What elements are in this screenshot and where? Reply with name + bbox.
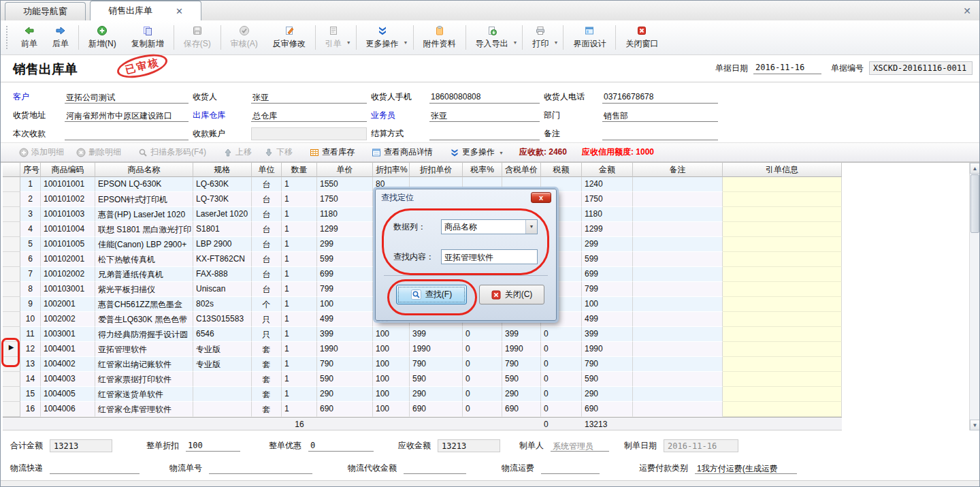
move-up-button[interactable]: 上移 bbox=[217, 146, 258, 158]
logistics-fee-field[interactable] bbox=[541, 462, 600, 474]
cell-unit[interactable]: 只 bbox=[252, 312, 282, 327]
cell-tax_price[interactable]: 290 bbox=[502, 387, 541, 402]
cell-disc_price[interactable]: 1990 bbox=[410, 342, 463, 357]
cell-code[interactable]: 1003001 bbox=[41, 327, 95, 342]
cell-name[interactable]: 红管家票据打印软件 bbox=[95, 372, 193, 387]
column-header-unit[interactable]: 单位 bbox=[252, 163, 282, 177]
cell-seq[interactable]: 9 bbox=[20, 297, 41, 312]
cell-spec[interactable]: LaserJet 1020 bbox=[193, 207, 252, 222]
cell-code[interactable]: 1004006 bbox=[41, 402, 95, 417]
print-button[interactable]: 打印 bbox=[525, 22, 556, 52]
cell-qty[interactable]: 1 bbox=[282, 267, 317, 282]
cell-disc_price[interactable]: 399 bbox=[410, 327, 463, 342]
cell-unit[interactable]: 台 bbox=[252, 177, 282, 192]
cell-spec[interactable]: 专业版 bbox=[193, 357, 252, 372]
cell-name[interactable]: 佳能(Canon) LBP 2900+ bbox=[95, 237, 193, 252]
cell-qty[interactable]: 1 bbox=[282, 192, 317, 207]
column-header-note[interactable]: 备注 bbox=[633, 163, 723, 177]
cell-qty[interactable]: 1 bbox=[282, 402, 317, 417]
cell-seq[interactable]: 15 bbox=[20, 387, 41, 402]
cell-ref[interactable] bbox=[723, 192, 842, 207]
cell-amount[interactable]: 499 bbox=[582, 312, 633, 327]
chevron-down-icon[interactable]: ▼ bbox=[553, 40, 558, 45]
settlement-field[interactable] bbox=[429, 128, 540, 140]
consignee-phone-field[interactable]: 03716678678 bbox=[602, 91, 718, 104]
cell-amount[interactable]: 599 bbox=[582, 252, 633, 267]
cell-ref[interactable] bbox=[723, 282, 842, 297]
cell-note[interactable] bbox=[633, 357, 723, 372]
cell-tax_rate[interactable]: 0 bbox=[463, 342, 502, 357]
chevron-down-icon[interactable]: ▼ bbox=[346, 40, 351, 45]
add-row-button[interactable]: 添加明细 bbox=[13, 146, 70, 158]
more-actions-button[interactable]: 更多操作 bbox=[359, 22, 406, 52]
cell-price[interactable]: 290 bbox=[317, 387, 373, 402]
cell-unit[interactable]: 台 bbox=[252, 207, 282, 222]
cell-seq[interactable]: 11 bbox=[20, 327, 41, 342]
cell-spec[interactable] bbox=[193, 372, 252, 387]
chevron-down-icon[interactable]: ▼ bbox=[513, 40, 518, 45]
cell-price[interactable]: 590 bbox=[317, 372, 373, 387]
cell-spec[interactable]: C13S015583 bbox=[193, 312, 252, 327]
cell-ref[interactable] bbox=[723, 207, 842, 222]
tab-function-nav[interactable]: 功能导航窗 bbox=[5, 2, 86, 20]
cell-disc_rate[interactable]: 100 bbox=[373, 327, 410, 342]
cell-unit[interactable]: 套 bbox=[252, 357, 282, 372]
cell-name[interactable]: 爱普生LQ630K 黑色色带 bbox=[95, 312, 193, 327]
cell-note[interactable] bbox=[633, 252, 723, 267]
address-field[interactable]: 河南省郑州市中原区建设路口 bbox=[65, 110, 189, 122]
cell-note[interactable] bbox=[633, 237, 723, 252]
cell-ref[interactable] bbox=[723, 387, 842, 402]
cell-unit[interactable]: 套 bbox=[252, 387, 282, 402]
cell-ref[interactable] bbox=[723, 402, 842, 417]
scrollbar-thumb[interactable] bbox=[970, 174, 979, 233]
whole-discount-field[interactable]: 100 bbox=[186, 440, 240, 452]
cell-name[interactable]: 惠普(HP) LaserJet 1020 bbox=[95, 207, 193, 222]
cell-note[interactable] bbox=[633, 207, 723, 222]
row-selector[interactable] bbox=[3, 252, 20, 267]
cell-qty[interactable]: 1 bbox=[282, 357, 317, 372]
cell-seq[interactable]: 3 bbox=[20, 207, 41, 222]
cell-qty[interactable]: 1 bbox=[282, 207, 317, 222]
cell-tax_amount[interactable]: 0 bbox=[541, 342, 582, 357]
table-row[interactable]: ▶121004001亚拓管理软件专业版套11990100199001990019… bbox=[3, 342, 842, 357]
scan-barcode-button[interactable]: 扫描条形码(F4) bbox=[132, 146, 212, 158]
cell-spec[interactable]: 6546 bbox=[193, 327, 252, 342]
cell-tax_price[interactable]: 399 bbox=[502, 327, 541, 342]
cell-spec[interactable] bbox=[193, 387, 252, 402]
active-row-indicator[interactable]: ▶ bbox=[3, 342, 20, 357]
cell-code[interactable]: 1004002 bbox=[41, 357, 95, 372]
chevron-down-icon[interactable]: ▼ bbox=[525, 220, 537, 234]
cell-price[interactable]: 1550 bbox=[317, 177, 373, 192]
view-stock-button[interactable]: 查看库存 bbox=[304, 146, 361, 158]
vertical-scrollbar[interactable]: ▲ ▼ bbox=[969, 163, 979, 430]
data-column-select[interactable]: 商品名称 ▼ bbox=[441, 219, 538, 234]
cell-disc_price[interactable]: 290 bbox=[410, 387, 463, 402]
cell-ref[interactable] bbox=[723, 312, 842, 327]
pull-doc-button[interactable]: 引单 bbox=[318, 22, 349, 52]
cell-amount[interactable]: 299 bbox=[582, 237, 633, 252]
cell-code[interactable]: 100101001 bbox=[41, 177, 95, 192]
payment-field[interactable] bbox=[65, 128, 189, 140]
column-header-seq[interactable]: 序号 bbox=[20, 163, 41, 177]
cell-price[interactable]: 799 bbox=[317, 282, 373, 297]
cell-qty[interactable]: 1 bbox=[282, 222, 317, 237]
row-selector[interactable] bbox=[3, 237, 20, 252]
cell-note[interactable] bbox=[633, 387, 723, 402]
cell-tax_amount[interactable]: 0 bbox=[541, 357, 582, 372]
cell-code[interactable]: 1004005 bbox=[41, 387, 95, 402]
window-close-icon[interactable]: ✕ bbox=[963, 5, 971, 16]
cell-unit[interactable]: 台 bbox=[252, 222, 282, 237]
cell-note[interactable] bbox=[633, 177, 723, 192]
cell-name[interactable]: 联想 S1801 黑白激光打印 bbox=[95, 222, 193, 237]
cell-name[interactable]: 红管家送货单软件 bbox=[95, 387, 193, 402]
remark-field[interactable] bbox=[602, 128, 718, 140]
cell-code[interactable]: 1002001 bbox=[41, 297, 95, 312]
freight-pay-type-field[interactable]: 1我方付运费(生成运费 bbox=[695, 462, 797, 474]
cell-tax_amount[interactable]: 0 bbox=[541, 402, 582, 417]
cell-price[interactable]: 690 bbox=[317, 402, 373, 417]
cell-price[interactable]: 1990 bbox=[317, 342, 373, 357]
cell-price[interactable]: 699 bbox=[317, 267, 373, 282]
cell-code[interactable]: 100101004 bbox=[41, 222, 95, 237]
column-header-disc_rate[interactable]: 折扣率% bbox=[373, 163, 410, 177]
cell-tax_amount[interactable]: 0 bbox=[541, 327, 582, 342]
